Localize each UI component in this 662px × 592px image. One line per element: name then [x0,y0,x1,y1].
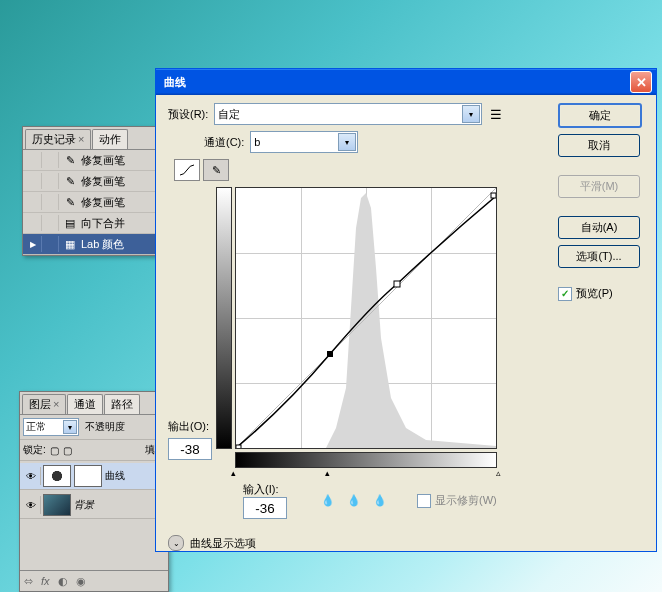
options-button[interactable]: 选项(T)... [558,245,640,268]
curve-line [236,188,496,448]
mask-icon[interactable]: ◐ [58,575,68,588]
input-gradient [235,452,497,468]
output-gradient [216,187,232,449]
preset-label: 预设(R): [168,107,208,122]
preset-select[interactable]: 自定 ▾ [214,103,482,125]
svg-rect-2 [236,445,241,448]
preview-checkbox[interactable]: ✓ [558,287,572,301]
brush-icon: ✎ [62,152,78,168]
svg-rect-5 [491,193,496,198]
show-clipping-label: 显示修剪(W) [435,493,497,508]
layer-options: 正常▾ 不透明度 [20,415,168,440]
eyedropper-black[interactable]: 💧 [319,492,337,510]
fx-icon[interactable]: fx [41,575,50,587]
slider-handle[interactable]: ▴ [231,468,236,478]
history-item[interactable]: ✎修复画笔 [23,150,163,171]
titlebar[interactable]: 曲线 ✕ [156,69,656,95]
svg-rect-4 [394,281,400,287]
slider-handle[interactable]: ▵ [496,468,501,478]
brush-icon: ✎ [62,173,78,189]
history-item[interactable]: ▤向下合并 [23,213,163,234]
merge-icon: ▤ [62,215,78,231]
history-item[interactable]: ✎修复画笔 [23,192,163,213]
input-field[interactable] [243,497,287,519]
cancel-button[interactable]: 取消 [558,134,640,157]
output-label: 输出(O): [168,419,212,434]
input-label: 输入(I): [243,482,287,497]
layers-panel: 图层× 通道 路径 正常▾ 不透明度 锁定: ▢ ▢ 填充 👁 曲线 👁 背景 … [19,391,169,592]
svg-line-1 [236,188,496,448]
slider-handle[interactable]: ▴ [325,468,330,478]
history-item[interactable]: ✎修复画笔 [23,171,163,192]
channel-select[interactable]: b ▾ [250,131,358,153]
layer-row[interactable]: 👁 背景 [20,492,168,519]
layer-thumb [43,494,71,516]
layer-lock-row: 锁定: ▢ ▢ 填充 [20,440,168,461]
expand-icon[interactable]: ⌄ [168,535,184,551]
tab-actions[interactable]: 动作 [92,129,128,149]
chevron-down-icon: ▾ [63,420,77,434]
close-button[interactable]: ✕ [630,71,652,93]
blend-mode-select[interactable]: 正常▾ [23,418,79,436]
history-panel: 历史记录× 动作 ✎修复画笔 ✎修复画笔 ✎修复画笔 ▤向下合并 ▶▦Lab 颜… [22,126,164,256]
ok-button[interactable]: 确定 [558,103,642,128]
lock-icon[interactable]: ▢ [63,445,72,456]
brush-icon: ✎ [62,194,78,210]
show-clipping-checkbox[interactable] [417,494,431,508]
layer-thumb [43,465,71,487]
tab-history[interactable]: 历史记录× [25,129,91,149]
svg-rect-3 [327,351,333,357]
preset-menu-icon[interactable]: ☰ [490,107,502,122]
curve-graph[interactable] [235,187,497,449]
adjust-icon[interactable]: ◉ [76,575,86,588]
doc-icon: ▦ [62,236,78,252]
preview-row: ✓ 预览(P) [558,286,644,301]
eyedropper-white[interactable]: 💧 [371,492,389,510]
opacity-label: 不透明度 [85,420,125,434]
dialog-title: 曲线 [160,75,630,90]
layers-tabs: 图层× 通道 路径 [20,392,168,415]
channel-label: 通道(C): [204,135,244,150]
layer-name: 背景 [74,498,94,512]
visibility-icon[interactable]: 👁 [22,496,41,514]
visibility-icon[interactable]: 👁 [22,467,41,485]
history-tabs: 历史记录× 动作 [23,127,163,150]
close-icon[interactable]: × [78,133,84,145]
layer-row[interactable]: 👁 曲线 [20,463,168,490]
layer-name: 曲线 [105,469,125,483]
tab-layers[interactable]: 图层× [22,394,66,414]
chevron-down-icon: ▾ [338,133,356,151]
lock-label: 锁定: [23,443,46,457]
eyedropper-gray[interactable]: 💧 [345,492,363,510]
preview-label: 预览(P) [576,286,613,301]
smooth-button: 平滑(M) [558,175,640,198]
history-list: ✎修复画笔 ✎修复画笔 ✎修复画笔 ▤向下合并 ▶▦Lab 颜色 [23,150,163,255]
history-item-selected[interactable]: ▶▦Lab 颜色 [23,234,163,255]
link-icon[interactable]: ⬄ [24,575,33,588]
curves-dialog: 曲线 ✕ 预设(R): 自定 ▾ ☰ 通道(C): b ▾ ✎ [155,68,657,552]
tab-channels[interactable]: 通道 [67,394,103,414]
chevron-down-icon: ▾ [462,105,480,123]
output-field[interactable] [168,438,212,460]
marker-icon: ▶ [30,240,36,249]
close-icon[interactable]: × [53,398,59,410]
pencil-tool[interactable]: ✎ [203,159,229,181]
curve-tool[interactable] [174,159,200,181]
auto-button[interactable]: 自动(A) [558,216,640,239]
layers-footer: ⬄ fx ◐ ◉ [20,570,168,591]
lock-icon[interactable]: ▢ [50,445,59,456]
mask-thumb [74,465,102,487]
tab-paths[interactable]: 路径 [104,394,140,414]
expand-label: 曲线显示选项 [190,536,256,551]
